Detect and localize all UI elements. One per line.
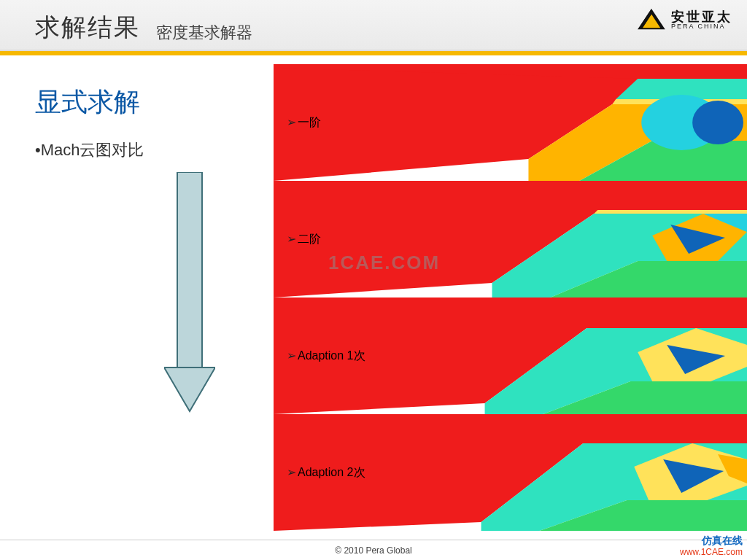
slide-subtitle: 密度基求解器 [156, 22, 252, 44]
logo-triangle-icon [638, 9, 665, 31]
section-heading: 显式求解 [35, 85, 254, 120]
brand-name-en: PERA CHINA [671, 23, 732, 30]
svg-marker-17 [594, 210, 747, 214]
contour-svg [274, 181, 747, 298]
logo-text: 安世亚太 PERA CHINA [671, 10, 732, 30]
contour-row-1: ➢一阶 [274, 64, 747, 181]
row-label: ➢二阶 [287, 232, 321, 247]
source-name: 仿真在线 [680, 534, 743, 547]
brand-name-zh: 安世亚太 [671, 10, 732, 23]
source-corner: 仿真在线 www.1CAE.com [680, 534, 743, 557]
row-label: ➢Adaption 1次 [287, 349, 365, 364]
row-label: ➢一阶 [287, 115, 321, 131]
header-bar: 求解结果 密度基求解器 安世亚太 PERA CHINA [0, 0, 747, 51]
slide-title: 求解结果 [35, 11, 140, 44]
row-label: ➢Adaption 2次 [287, 465, 365, 481]
brand-logo: 安世亚太 PERA CHINA [638, 9, 732, 31]
source-url: www.1CAE.com [680, 547, 743, 557]
simulation-panels: ➢一阶 ➢二阶 [274, 64, 747, 531]
slide: 求解结果 密度基求解器 安世亚太 PERA CHINA 显式求解 •Mach云图… [0, 0, 747, 560]
svg-point-14 [692, 101, 743, 144]
contour-row-2: ➢二阶 [274, 181, 747, 298]
watermark-text: 1CAE.COM [328, 252, 440, 274]
arrow-down-icon [164, 172, 215, 413]
left-pane: 显式求解 •Mach云图对比 [35, 85, 254, 161]
contour-row-4: ➢Adaption 2次 [274, 414, 747, 531]
svg-rect-5 [179, 174, 201, 367]
svg-marker-4 [164, 368, 215, 411]
contour-row-3: ➢Adaption 1次 [274, 298, 747, 414]
footer-copyright: © 2010 Pera Global [0, 540, 747, 560]
contour-svg [274, 64, 747, 181]
bullet-text: •Mach云图对比 [35, 139, 254, 161]
content-area: 显式求解 •Mach云图对比 ➢一阶 [0, 55, 747, 538]
